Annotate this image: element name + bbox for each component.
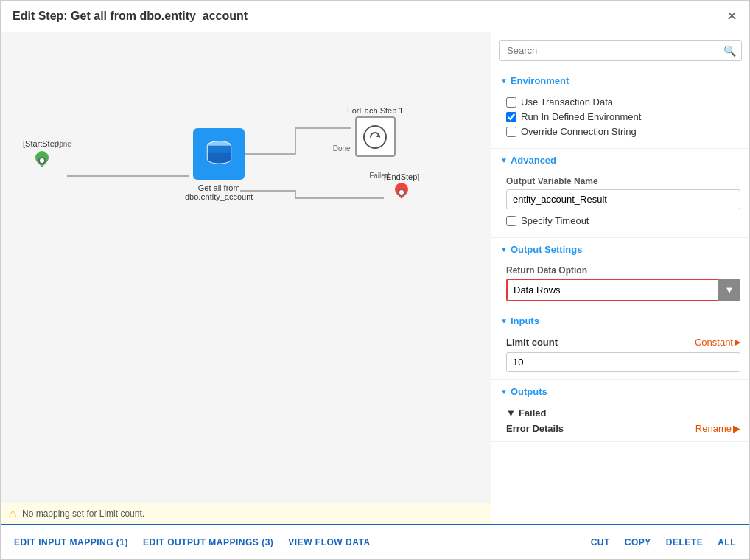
limit-count-row: Limit count Constant ▶: [506, 337, 740, 348]
output-settings-collapse-icon: ▼: [500, 245, 508, 253]
advanced-section-body: Output Variable Name Specify Timeout: [491, 172, 749, 237]
close-button[interactable]: ✕: [726, 10, 737, 23]
specify-timeout-row: Specify Timeout: [506, 215, 740, 226]
override-connection-checkbox[interactable]: [506, 127, 516, 137]
all-button[interactable]: ALL: [713, 534, 740, 550]
run-in-defined-row: Run In Defined Environment: [506, 111, 740, 122]
delete-button[interactable]: DELETE: [662, 534, 707, 550]
specify-timeout-label: Specify Timeout: [521, 215, 589, 226]
database-svg: [203, 138, 236, 171]
modal-title: Edit Step: Get all from dbo.entity_accou…: [13, 10, 248, 23]
warning-text: No mapping set for Limit count.: [22, 508, 144, 519]
inputs-section-header[interactable]: ▼ Inputs: [491, 309, 749, 332]
run-in-defined-label: Run In Defined Environment: [521, 111, 641, 122]
search-wrap: 🔍: [499, 40, 742, 61]
error-details-label: Error Details: [506, 423, 564, 434]
rename-arrow-icon: ▶: [733, 423, 740, 434]
output-settings-section: ▼ Output Settings Return Data Option Dat…: [491, 238, 749, 309]
output-settings-header[interactable]: ▼ Output Settings: [491, 238, 749, 261]
outputs-section-body: ▼ Failed Error Details Rename ▶: [491, 403, 749, 441]
copy-button[interactable]: COPY: [620, 534, 656, 550]
override-connection-row: Override Connection String: [506, 126, 740, 137]
output-variable-label: Output Variable Name: [506, 176, 740, 186]
edit-input-mapping-button[interactable]: EDIT INPUT MAPPING (1): [10, 534, 133, 550]
search-bar: 🔍: [491, 32, 749, 69]
failed-collapse-icon: ▼: [506, 407, 516, 419]
use-transaction-label: Use Transaction Data: [521, 97, 613, 108]
svg-point-2: [364, 126, 386, 148]
modal-footer: EDIT INPUT MAPPING (1) EDIT OUTPUT MAPPI…: [1, 524, 749, 559]
rename-link[interactable]: Rename ▶: [695, 423, 740, 434]
modal: Edit Step: Get all from dbo.entity_accou…: [0, 0, 750, 560]
advanced-section-header[interactable]: ▼ Advanced: [491, 149, 749, 172]
environment-section-label: Environment: [511, 75, 569, 86]
output-variable-input[interactable]: [506, 189, 740, 209]
foreach-label: ForEach Step 1: [347, 106, 403, 115]
inputs-section-body: Limit count Constant ▶: [491, 332, 749, 379]
footer-right: CUT COPY DELETE ALL: [586, 534, 740, 550]
constant-arrow-icon: ▶: [735, 337, 740, 347]
cut-button[interactable]: CUT: [586, 534, 614, 550]
return-data-select[interactable]: Data Rows DataSet Scalar None: [506, 279, 740, 301]
environment-collapse-icon: ▼: [500, 77, 508, 85]
foreach-node[interactable]: ForEach Step 1 Done: [347, 106, 403, 157]
db-icon: [193, 128, 245, 180]
outputs-section-label: Outputs: [511, 386, 547, 397]
edit-output-mappings-button[interactable]: EDIT OUTPUT MAPPINGS (3): [139, 534, 278, 550]
start-pin-circle: [38, 157, 46, 164]
override-connection-label: Override Connection String: [521, 126, 637, 137]
environment-section: ▼ Environment Use Transaction Data Run I…: [491, 69, 749, 149]
inputs-section-label: Inputs: [511, 315, 539, 326]
warning-icon: ⚠: [8, 508, 18, 519]
outputs-section-header[interactable]: ▼ Outputs: [491, 380, 749, 403]
specify-timeout-checkbox[interactable]: [506, 216, 516, 226]
use-transaction-row: Use Transaction Data: [506, 97, 740, 108]
start-step-node: [StartStep] Done: [23, 139, 61, 164]
failed-label: Failed: [519, 407, 547, 419]
environment-section-body: Use Transaction Data Run In Defined Envi…: [491, 92, 749, 148]
rename-link-label: Rename: [695, 423, 732, 434]
view-flow-data-button[interactable]: VIEW FLOW DATA: [284, 534, 374, 550]
output-settings-body: Return Data Option Data Rows DataSet Sca…: [491, 261, 749, 309]
environment-section-header[interactable]: ▼ Environment: [491, 69, 749, 92]
canvas-warning: ⚠ No mapping set for Limit count.: [1, 503, 491, 524]
flow-diagram-svg: [1, 32, 491, 524]
limit-count-input[interactable]: [506, 352, 740, 372]
limit-count-label: Limit count: [506, 337, 558, 348]
modal-header: Edit Step: Get all from dbo.entity_accou…: [1, 1, 749, 32]
outputs-collapse-icon: ▼: [500, 388, 508, 396]
error-details-row: Error Details Rename ▶: [506, 423, 740, 434]
db-node[interactable]: Get all from dbo.entity_account: [185, 128, 253, 201]
search-input[interactable]: [499, 40, 742, 61]
end-step-node: [EndStep] Failed: [384, 172, 419, 196]
use-transaction-checkbox[interactable]: [506, 97, 516, 108]
output-settings-label: Output Settings: [511, 244, 583, 255]
canvas-panel: [StartStep] Done Get all from: [1, 32, 491, 524]
advanced-section: ▼ Advanced Output Variable Name Specify …: [491, 149, 749, 238]
outputs-section: ▼ Outputs ▼ Failed Error Details Rename …: [491, 380, 749, 442]
right-panel: 🔍 ▼ Environment Use Transaction Data R: [491, 32, 749, 524]
inputs-section: ▼ Inputs Limit count Constant ▶: [491, 309, 749, 380]
return-data-select-wrap: Data Rows DataSet Scalar None ▼: [506, 279, 740, 301]
return-data-option-label: Return Data Option: [506, 265, 740, 276]
footer-left: EDIT INPUT MAPPING (1) EDIT OUTPUT MAPPI…: [10, 534, 375, 550]
failed-tag: Failed: [369, 172, 389, 180]
end-pin-circle: [398, 189, 405, 196]
failed-subsection: ▼ Failed: [506, 407, 740, 419]
foreach-done-tag: Done: [333, 144, 351, 153]
modal-body: [StartStep] Done Get all from: [1, 32, 749, 524]
advanced-collapse-icon: ▼: [500, 156, 508, 164]
advanced-section-label: Advanced: [511, 155, 556, 166]
db-label: Get all from dbo.entity_account: [185, 183, 253, 201]
run-in-defined-checkbox[interactable]: [506, 112, 516, 122]
constant-link-label: Constant: [695, 337, 733, 348]
inputs-collapse-icon: ▼: [500, 317, 508, 325]
foreach-icon: [355, 116, 396, 157]
search-icon-button[interactable]: 🔍: [723, 45, 736, 57]
done-label: Done: [54, 140, 71, 148]
constant-link[interactable]: Constant ▶: [695, 337, 740, 348]
